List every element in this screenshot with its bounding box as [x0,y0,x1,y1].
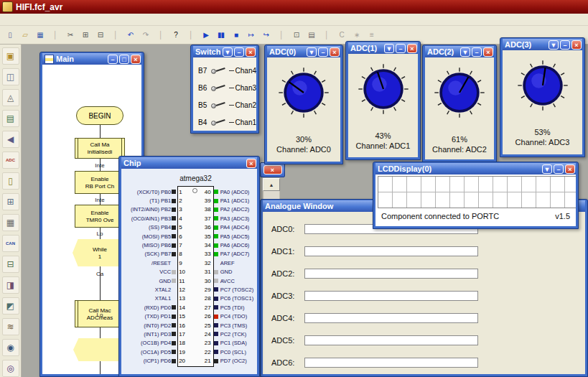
flow-interrupt-shape[interactable]: Enable RB Port Ch [75,171,125,194]
close-button[interactable]: × [571,40,582,50]
dock-button[interactable]: ▼ [384,44,394,53]
window-cascade-button[interactable]: ⊡ [289,28,303,42]
adc1-window-titlebar[interactable]: ADC(1) ▼ – × [348,42,418,54]
component-servo-icon[interactable]: ◉ [2,339,19,356]
toggle-switch[interactable] [210,118,228,127]
adc-knob[interactable] [357,62,410,116]
component-speaker-icon[interactable]: ◀ [2,131,19,148]
toolbar-separator[interactable]: │ [154,28,167,42]
close-button[interactable]: × [565,164,575,174]
adc0-window-titlebar[interactable]: ADC(0) ▼ – × [267,46,340,57]
toggle-switch[interactable] [210,66,228,75]
adc-knob[interactable] [433,66,486,119]
menu-view[interactable] [16,19,27,20]
component-eeprom-icon[interactable]: ▦ [2,214,19,231]
menu-macro[interactable] [27,19,39,20]
open-button[interactable]: ▱ [18,28,32,42]
pause-button[interactable]: ▮▮ [214,28,228,42]
close-button[interactable]: × [483,47,493,57]
menu-edit[interactable] [4,19,16,20]
stop-button[interactable]: ■ [229,28,243,42]
switches-window-titlebar[interactable]: Switch ▼ – × [193,46,256,57]
component-sevenseg-icon[interactable]: ▯ [2,172,19,190]
lcd-cell [536,192,550,208]
adc-knob[interactable] [516,59,569,112]
menu-help[interactable] [73,19,85,20]
close-button[interactable]: × [131,55,141,64]
component-led-icon[interactable]: ▣ [2,47,19,65]
component-can-icon[interactable]: CAN [2,235,19,252]
minimize-button[interactable]: – [396,44,406,53]
component-transistor-icon[interactable]: ◬ [2,89,19,106]
app-titlebar[interactable]: HIFI.fcf_avr [0,0,588,14]
chip-window: Chip × atmega32 (XCK/T0) PB0 1 40 PA0 (A… [118,156,260,377]
minimize-button[interactable]: – [108,55,118,64]
background-window-scrollbar[interactable]: ▲ [263,178,280,199]
dock-button[interactable]: ▼ [460,47,470,57]
pin-label-right: PC6 (TOSC1) [219,295,257,302]
component-switch-icon[interactable]: ◫ [2,68,19,85]
menu-window[interactable] [62,19,73,20]
component-motor-icon[interactable]: ◎ [2,360,19,377]
program-chip-button[interactable]: ≡ [365,28,378,42]
component-adc-icon[interactable]: ADC [2,152,19,169]
component-uart-icon[interactable]: ⊟ [2,256,19,273]
component-i2c-icon[interactable]: ◩ [2,297,19,315]
scroll-track[interactable] [263,191,280,199]
paste-button[interactable]: ⊟ [93,28,107,42]
flow-call-macro-shape[interactable]: Call Ma initialisedi [75,138,125,159]
save-button[interactable]: ▦ [33,28,47,42]
toolbar-separator[interactable]: │ [108,28,122,42]
component-keypad-icon[interactable]: ⊞ [2,193,19,210]
minimize-button[interactable]: – [554,164,564,174]
minimize-button[interactable]: – [234,47,244,57]
main-window-titlebar[interactable]: Main – □ × [42,53,141,65]
dock-button[interactable]: ▼ [307,47,317,57]
toolbar-separator[interactable]: │ [319,28,333,42]
flow-begin-shape[interactable]: BEGIN [76,106,123,125]
background-window-close-button[interactable]: × [263,165,282,174]
close-button[interactable]: × [407,44,417,53]
background-window-titlebar[interactable]: × [260,162,285,177]
copy-button[interactable]: ⊞ [78,28,92,42]
help-button[interactable]: ? [169,28,182,42]
minimize-button[interactable]: – [472,47,482,57]
close-button[interactable]: × [246,47,256,57]
component-lcd-icon[interactable]: ▤ [2,110,19,127]
component-pwm-icon[interactable]: ≋ [2,318,19,335]
toolbar-separator[interactable]: │ [48,28,62,42]
cut-button[interactable]: ✂ [63,28,77,42]
chip-window-titlebar[interactable]: Chip × [121,157,257,169]
toolbar-separator[interactable]: │ [184,28,197,42]
component-spi-icon[interactable]: ◨ [2,276,19,294]
menu-run[interactable] [39,19,50,20]
run-button[interactable]: ▶ [199,28,213,42]
dock-button[interactable]: ▼ [549,40,559,50]
adc3-window-titlebar[interactable]: ADC(3) ▼ – × [503,39,582,50]
step-into-button[interactable]: ↦ [244,28,258,42]
menu-chip[interactable] [50,19,62,20]
new-button[interactable]: ▯ [3,28,17,42]
compile-c-button[interactable]: C [335,28,348,42]
redo-button[interactable]: ↷ [139,28,152,42]
lcd-window-titlebar[interactable]: LCDDisplay(0) ▼ – × [375,163,576,174]
window-tile-button[interactable]: ▤ [304,28,318,42]
minimize-button[interactable]: – [318,47,328,57]
toolbar-separator[interactable]: │ [274,28,288,42]
adc2-window-titlebar[interactable]: ADC(2) ▼ – × [425,46,494,57]
minimize-button[interactable]: – [560,40,570,50]
flow-interrupt-shape[interactable]: Enable TMR0 Ove [75,205,125,228]
scroll-up-button[interactable]: ▲ [263,178,280,191]
toggle-switch[interactable] [210,83,228,93]
undo-button[interactable]: ↶ [123,28,137,42]
close-button[interactable]: × [246,159,256,168]
dock-button[interactable]: ▼ [542,164,552,174]
adc-knob[interactable] [277,66,330,119]
close-button[interactable]: × [330,47,340,57]
toggle-switch[interactable] [210,101,228,110]
maximize-button[interactable]: □ [119,55,129,64]
dock-button[interactable]: ▼ [223,47,233,57]
lcd-cell [551,192,564,208]
compile-hex-button[interactable]: ∗ [350,28,363,42]
step-over-button[interactable]: ↪ [259,28,273,42]
